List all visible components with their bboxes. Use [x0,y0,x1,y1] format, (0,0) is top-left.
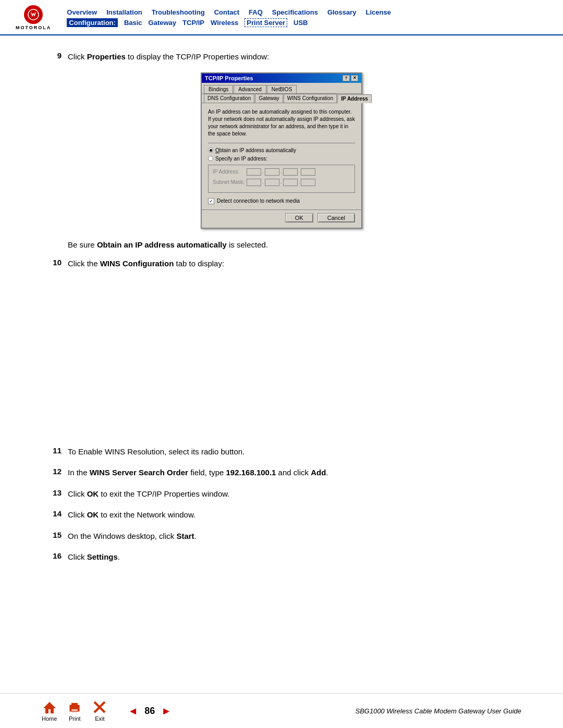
step-16: 16 Click Settings. [42,551,521,563]
home-label: Home [42,715,57,722]
radio-auto-ip-label: Obtain an IP address automatically [215,147,296,153]
step-11-text: To Enable WINS Resolution, select its ra… [68,446,244,458]
radio-specify-ip-btn[interactable] [208,156,213,161]
nav-license[interactable]: License [366,8,391,16]
page-next-button[interactable]: ► [161,705,172,717]
svg-rect-4 [71,709,78,712]
subnet-seg3[interactable] [283,179,298,186]
nav-gateway[interactable]: Gateway [149,19,176,27]
subnet-mask-label: Subnet Mask: [213,179,247,185]
bottom-icons: Home Print Exit [42,700,107,722]
step-14-number: 14 [42,509,68,518]
nav-tcpip[interactable]: TCP/IP [182,19,204,27]
print-button[interactable]: Print [67,700,82,722]
ip-seg2[interactable] [265,168,279,176]
motorola-logo: MOTOROLA [16,5,51,30]
step-15: 15 On the Windows desktop, click Start. [42,530,521,542]
step-13-number: 13 [42,488,68,497]
step-16-text: Click Settings. [68,551,120,563]
nav-wireless[interactable]: Wireless [211,19,238,27]
config-label: Configuration: [67,18,118,27]
tab-wins-config[interactable]: WINS Configuration [284,94,337,103]
step-11-number: 11 [42,446,68,455]
print-label: Print [69,715,81,722]
tab-advanced[interactable]: Advanced [234,85,266,93]
nav-troubleshooting[interactable]: Troubleshooting [152,8,205,16]
nav-print-server[interactable]: Print Server [244,18,287,27]
home-icon [42,700,57,714]
radio-auto-ip-btn[interactable] [208,147,213,153]
subnet-mask-input[interactable]: . . . [247,179,350,186]
tab-dns-config[interactable]: DNS Configuration [204,94,254,103]
nav-contact[interactable]: Contact [214,8,239,16]
step-13: 13 Click OK to exit the TCP/IP Propertie… [42,488,521,500]
nav-top: Overview Installation Troubleshooting Co… [67,8,547,16]
dialog-close-button[interactable]: ✕ [351,75,358,81]
content-gap [42,279,521,446]
tab-bindings[interactable]: Bindings [204,85,233,93]
page-number-area: ◄ 86 ► [128,705,172,717]
radio-specify-ip[interactable]: Specify an IP address: [208,156,355,162]
nav-basic[interactable]: Basic [124,19,142,27]
step-9-number: 9 [42,51,68,60]
step-11: 11 To Enable WINS Resolution, select its… [42,446,521,458]
ip-address-field-row: IP Address: . . . [213,168,350,176]
nav-overview[interactable]: Overview [67,8,97,16]
dialog-title: TCP/IP Properties [205,75,253,81]
exit-button[interactable]: Exit [92,700,107,722]
nav-usb[interactable]: USB [293,19,308,27]
ip-address-label: IP Address: [213,169,247,175]
tab-gateway[interactable]: Gateway [255,94,283,103]
dialog-tabs-row2: DNS Configuration Gateway WINS Configura… [202,94,361,103]
subnet-seg4[interactable] [301,179,315,186]
nav-faq[interactable]: FAQ [249,8,263,16]
subnet-seg2[interactable] [265,179,279,186]
step-15-text: On the Windows desktop, click Start. [68,530,197,542]
step-14: 14 Click OK to exit the Network window. [42,509,521,521]
nav-installation[interactable]: Installation [106,8,142,16]
dialog-titlebar: TCP/IP Properties ? ✕ [202,73,361,83]
doc-title: SBG1000 Wireless Cable Modem Gateway Use… [355,707,521,715]
step-16-number: 16 [42,551,68,560]
dialog-help-button[interactable]: ? [342,75,350,81]
exit-icon [92,700,107,714]
nav-bottom: Configuration: Basic Gateway TCP/IP Wire… [67,18,547,27]
dialog-body-text: An IP address can be automatically assig… [208,108,355,138]
tab-ip-address[interactable]: IP Address [337,94,372,103]
radio-specify-ip-label: Specify an IP address: [215,156,267,162]
step-12-text: In the WINS Server Search Order field, t… [68,467,328,479]
page-number: 86 [144,706,155,717]
ip-seg4[interactable] [301,168,315,176]
ip-address-input[interactable]: . . . [247,168,350,176]
svg-rect-2 [71,703,78,706]
motorola-icon [24,5,43,24]
svg-marker-0 [43,702,56,713]
page-prev-button[interactable]: ◄ [128,705,138,717]
step-10-text: Click the WINS Configuration tab to disp… [68,258,224,270]
bottom-nav: Home Print Exit [0,693,563,728]
ip-seg1[interactable] [247,168,261,176]
dialog-tabs-row1: Bindings Advanced NetBIOS [202,83,361,94]
logo-area: MOTOROLA [16,5,51,30]
step-15-number: 15 [42,530,68,539]
tab-netbios[interactable]: NetBIOS [267,85,297,93]
ip-seg3[interactable] [283,168,298,176]
dialog-cancel-button[interactable]: Cancel [317,213,355,223]
nav-area: Overview Installation Troubleshooting Co… [67,8,547,27]
home-button[interactable]: Home [42,700,57,722]
detect-connection-checkbox[interactable]: ✓ [208,198,214,204]
step-14-text: Click OK to exit the Network window. [68,509,195,521]
dialog-ok-button[interactable]: OK [285,213,313,223]
page-header: MOTOROLA Overview Installation Troublesh… [0,0,563,35]
exit-label: Exit [95,715,104,722]
dialog-container: TCP/IP Properties ? ✕ Bindings Advanced … [42,72,521,229]
detect-connection-row[interactable]: ✓ Detect connection to network media [208,198,355,204]
radio-auto-ip[interactable]: Obtain an IP address automatically [208,147,355,153]
tcpip-dialog: TCP/IP Properties ? ✕ Bindings Advanced … [201,72,362,229]
subnet-seg1[interactable] [247,179,261,186]
nav-specifications[interactable]: Specifications [272,8,318,16]
nav-glossary[interactable]: Glossary [327,8,357,16]
step-10-number: 10 [42,258,68,267]
dialog-body: An IP address can be automatically assig… [202,103,361,209]
ip-fields-group: IP Address: . . . Subnet Mask: [208,165,355,193]
